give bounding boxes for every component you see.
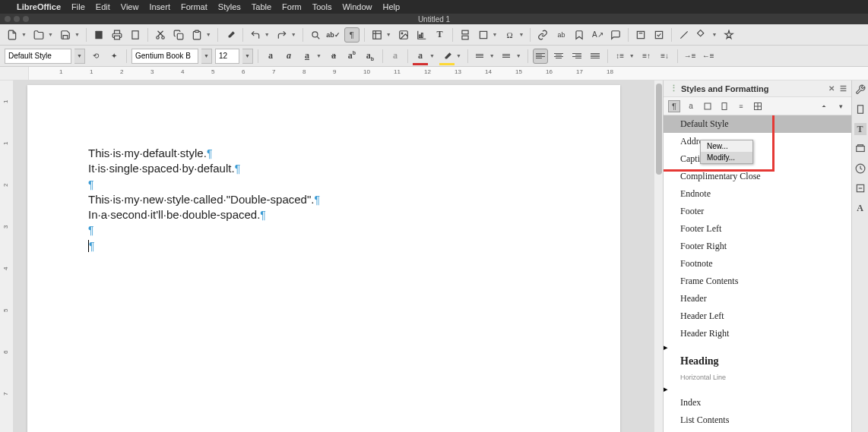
document-text[interactable]: This·is·my·default·style.¶It·is·single·s… [88,146,559,254]
show-changes-icon[interactable] [651,27,667,43]
paragraph-style-combo[interactable]: Default Style [5,49,71,64]
sidebar-menu-icon[interactable]: ☰ [840,84,847,93]
style-item[interactable]: Header [664,290,851,307]
table-dropdown[interactable]: ▼ [386,32,391,37]
menu-format[interactable]: Format [181,2,207,11]
footnote-icon[interactable]: ab [553,27,569,43]
formatting-marks-icon[interactable]: ¶ [344,27,360,43]
numbering-icon[interactable] [499,49,515,64]
character-styles-icon[interactable]: a [685,100,697,112]
decrease-indent-icon[interactable]: ←≡ [701,49,716,64]
list-styles-icon[interactable]: ≡ [735,100,747,112]
styles-tab-icon[interactable]: T [854,123,866,135]
context-new[interactable]: New... [701,140,752,152]
menu-table[interactable]: Table [252,2,271,11]
style-item[interactable]: Endnote [664,185,851,203]
font-name-dropdown[interactable]: ▼ [201,49,212,64]
more-options-tab-icon[interactable]: A [854,202,866,214]
undo-icon[interactable] [248,27,263,43]
line-spacing-dropdown[interactable]: ▼ [629,53,635,58]
horizontal-ruler[interactable]: 1123456789101112131415161718 [29,67,868,80]
menu-styles[interactable]: Styles [218,2,241,11]
comment-icon[interactable] [608,27,623,43]
update-style-icon[interactable]: ⟲ [88,49,103,64]
copy-icon[interactable] [171,27,186,43]
menu-file[interactable]: File [71,2,85,11]
navigator-tab-icon[interactable] [854,162,866,175]
zoom-window-icon[interactable] [23,16,29,22]
paragraph-style-dropdown[interactable]: ▼ [74,49,85,64]
clear-format-icon[interactable]: a [388,49,403,64]
style-item[interactable]: Footnote [664,255,851,273]
styles-list[interactable]: New... Modify... Default StyleAddresseeC… [664,115,851,432]
scrollbar-thumb[interactable] [656,84,662,175]
font-color-dropdown[interactable]: ▼ [429,53,435,58]
document-line[interactable]: It·is·single·spaced·by·default.¶ [88,161,559,176]
disclosure-icon[interactable]: ▸ [664,342,668,352]
paragraph-styles-icon[interactable]: ¶ [668,100,680,112]
style-item[interactable]: Header Left [664,307,851,325]
line-spacing-icon[interactable]: ↕≡ [613,49,628,64]
menu-help[interactable]: Help [383,2,401,11]
insert-table-icon[interactable] [369,27,385,43]
style-item[interactable]: List Contents [664,412,851,429]
style-item[interactable]: List Heading [664,429,851,432]
properties-tab-icon[interactable] [854,84,866,96]
save-icon[interactable] [58,27,73,43]
special-char-dropdown[interactable]: ▼ [519,32,524,37]
field-dropdown[interactable]: ▼ [493,32,498,37]
export-pdf-icon[interactable] [91,27,106,43]
bullets-dropdown[interactable]: ▼ [489,53,495,58]
app-name[interactable]: LibreOffice [17,2,61,11]
menu-insert[interactable]: Insert [149,2,170,11]
hyperlink-icon[interactable] [535,27,550,43]
highlight-dropdown[interactable]: ▼ [456,53,461,58]
context-modify[interactable]: Modify... [701,152,752,163]
new-doc-icon[interactable] [5,27,20,43]
strike-icon[interactable]: a [326,49,341,64]
style-item[interactable]: Addressee [664,133,851,150]
style-item[interactable]: Footer [664,203,851,220]
track-changes-icon[interactable] [633,27,648,43]
undo-dropdown[interactable]: ▼ [265,32,270,37]
new-doc-dropdown[interactable]: ▼ [21,32,27,37]
style-item[interactable]: Header Right [664,325,851,342]
menu-form[interactable]: Form [282,2,302,11]
style-item[interactable]: Footer Right [664,238,851,255]
bookmark-icon[interactable] [572,27,587,43]
print-icon[interactable] [109,27,125,43]
underline-icon[interactable]: a [299,49,315,64]
line-icon[interactable] [676,27,692,43]
page-break-icon[interactable] [458,27,473,43]
redo-dropdown[interactable]: ▼ [291,32,296,37]
menu-tools[interactable]: Tools [312,2,332,11]
shapes-dropdown[interactable]: ▼ [711,32,717,37]
close-window-icon[interactable] [5,16,11,22]
document-line[interactable]: This·is·my·new·style·called·"Double-spac… [88,192,559,207]
cut-icon[interactable] [153,27,168,43]
document-line[interactable]: ¶ [88,238,559,254]
print-preview-icon[interactable] [128,27,143,43]
document-line[interactable]: ¶ [88,177,559,192]
font-name-combo[interactable]: Gentium Book B [131,49,198,64]
vertical-scrollbar[interactable] [654,80,663,432]
redo-icon[interactable] [274,27,290,43]
style-item[interactable]: Caption [664,150,851,168]
increase-spacing-icon[interactable]: ≡↑ [639,49,654,64]
page-tab-icon[interactable] [854,103,866,115]
insert-image-icon[interactable] [396,27,411,43]
numbering-dropdown[interactable]: ▼ [516,53,521,58]
vertical-ruler[interactable]: 112345678 [0,80,14,432]
decrease-spacing-icon[interactable]: ≡↓ [657,49,673,64]
sidebar-close-icon[interactable]: ✕ [828,84,835,93]
fill-format-icon[interactable] [818,100,830,112]
frame-styles-icon[interactable] [702,100,714,112]
style-item[interactable]: Heading [664,352,851,371]
italic-icon[interactable]: a [281,49,296,64]
paste-icon[interactable] [189,27,204,43]
clone-format-icon[interactable] [223,27,238,43]
paste-dropdown[interactable]: ▼ [206,32,211,37]
style-item[interactable]: Default Style [664,115,851,133]
align-left-icon[interactable] [533,49,548,64]
style-item[interactable]: Horizontal Line [664,371,851,384]
